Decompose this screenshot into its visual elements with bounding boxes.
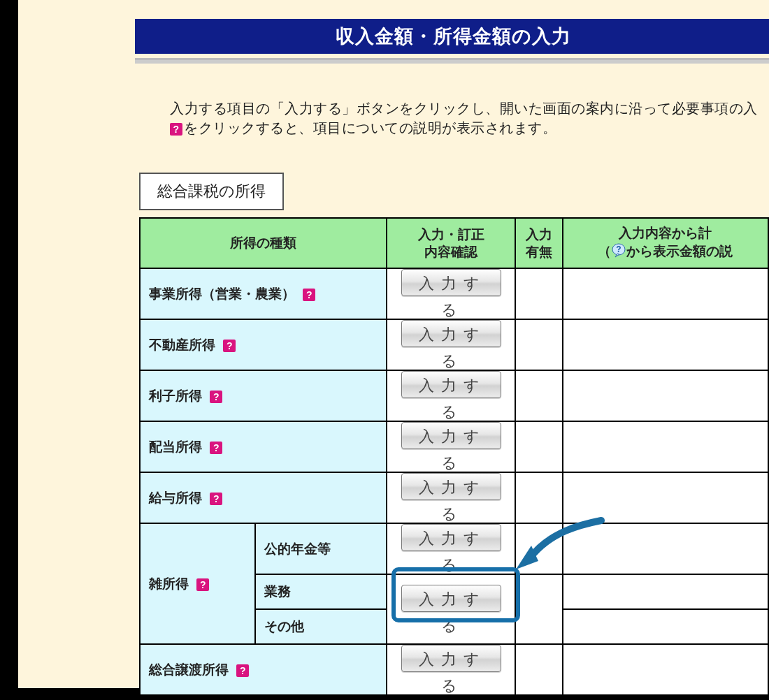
help-icon[interactable]: ? <box>210 442 222 454</box>
svg-text:?: ? <box>617 245 621 254</box>
help-icon[interactable]: ? <box>170 123 182 136</box>
instruction-line2: をクリックすると、項目についての説明が表示されます。 <box>184 120 556 136</box>
instruction-line1: 入力する項目の「入力する」ボタンをクリックし、開いた画面の案内に沿って必要事項の… <box>170 101 758 116</box>
header-confirm: 入力・訂正 内容確認 <box>387 218 515 268</box>
button-cell: 入力する <box>387 370 515 421</box>
viewport: 収入金額・所得金額の入力 入力する項目の「入力する」ボタンをクリックし、開いた画… <box>0 0 769 700</box>
help-icon[interactable]: ? <box>210 391 222 403</box>
input-button[interactable]: 入力する <box>401 320 501 347</box>
table-row: 事業所得（営業・農業） ? 入力する <box>140 268 768 319</box>
button-cell: 入力する <box>387 268 515 319</box>
presence-cell <box>515 268 563 319</box>
help-icon[interactable]: ? <box>303 289 315 301</box>
help-icon[interactable]: ? <box>223 340 236 352</box>
input-button[interactable]: 入力する <box>401 371 501 398</box>
presence-cell <box>515 421 563 472</box>
title-underline <box>135 58 769 64</box>
calc-cell <box>563 319 768 370</box>
calc-cell <box>563 421 768 472</box>
misc-sub-cell: 業務 <box>255 574 387 609</box>
help-icon[interactable]: ? <box>196 578 209 591</box>
table-row: 不動産所得 ? 入力する <box>140 319 768 370</box>
calc-cell <box>563 472 768 523</box>
help-bubble-icon[interactable]: ? <box>611 242 626 263</box>
income-table: 所得の種類 入力・訂正 内容確認 入力 有無 入力内容から計 （?から表示金額の… <box>139 217 769 696</box>
calc-cell <box>563 370 768 421</box>
input-button[interactable]: 入力する <box>401 473 501 500</box>
button-cell: 入力する <box>387 319 515 370</box>
income-type-cell: 総合譲渡所得 ? <box>140 644 387 695</box>
presence-cell <box>515 574 563 644</box>
input-button[interactable]: 入力する <box>401 645 501 672</box>
calc-cell <box>563 609 768 644</box>
page-title: 収入金額・所得金額の入力 <box>336 26 571 47</box>
button-cell: 入力する <box>387 574 515 644</box>
table-row: 配当所得 ? 入力する <box>140 421 768 472</box>
misc-income-group-cell: 雑所得 ? <box>140 523 255 644</box>
input-button[interactable]: 入力する <box>401 422 501 449</box>
section-label-box: 総合課税の所得 <box>139 173 284 210</box>
presence-cell <box>515 472 563 523</box>
presence-cell <box>515 523 563 574</box>
header-presence: 入力 有無 <box>515 218 563 268</box>
button-cell: 入力する <box>387 644 515 695</box>
income-type-cell: 事業所得（営業・農業） ? <box>140 268 387 319</box>
table-row: 総合譲渡所得 ? 入力する <box>140 644 768 695</box>
input-button[interactable]: 入力する <box>401 269 501 296</box>
income-type-cell: 給与所得 ? <box>140 472 387 523</box>
input-button-highlighted[interactable]: 入力する <box>401 585 501 612</box>
income-type-cell: 配当所得 ? <box>140 421 387 472</box>
button-cell: 入力する <box>387 472 515 523</box>
button-cell: 入力する <box>387 421 515 472</box>
input-button[interactable]: 入力する <box>401 524 501 551</box>
misc-sub-cell: その他 <box>255 609 387 644</box>
page-title-bar: 収入金額・所得金額の入力 <box>135 19 769 54</box>
table-row: 給与所得 ? 入力する <box>140 472 768 523</box>
table-row: 利子所得 ? 入力する <box>140 370 768 421</box>
presence-cell <box>515 644 563 695</box>
calc-cell <box>563 268 768 319</box>
help-icon[interactable]: ? <box>210 493 222 505</box>
header-calc: 入力内容から計 （?から表示金額の説 <box>563 218 768 268</box>
header-type: 所得の種類 <box>140 218 387 268</box>
instructions: 入力する項目の「入力する」ボタンをクリックし、開いた画面の案内に沿って必要事項の… <box>170 99 758 138</box>
income-type-cell: 不動産所得 ? <box>140 319 387 370</box>
calc-cell <box>563 644 768 695</box>
help-icon[interactable]: ? <box>236 664 249 677</box>
presence-cell <box>515 370 563 421</box>
calc-cell <box>563 574 768 609</box>
table-row: 雑所得 ? 公的年金等 入力する <box>140 523 768 574</box>
table-header-row: 所得の種類 入力・訂正 内容確認 入力 有無 入力内容から計 （?から表示金額の… <box>140 218 768 268</box>
presence-cell <box>515 319 563 370</box>
income-type-cell: 利子所得 ? <box>140 370 387 421</box>
button-cell: 入力する <box>387 523 515 574</box>
calc-cell <box>563 523 768 574</box>
misc-sub-cell: 公的年金等 <box>255 523 387 574</box>
section-label: 総合課税の所得 <box>157 182 266 200</box>
